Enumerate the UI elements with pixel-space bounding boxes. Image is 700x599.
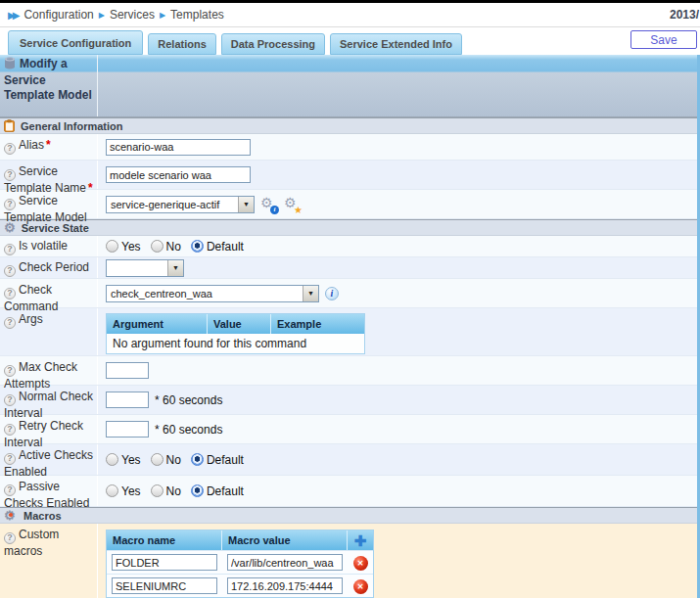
- panel-title-cell: Modify a Service Template Model: [0, 55, 98, 116]
- tab-data-processing[interactable]: Data Processing: [221, 33, 325, 55]
- tab-service-extended-info[interactable]: Service Extended Info: [330, 33, 462, 55]
- passive-checks-label: ?Passive Checks Enabled: [0, 476, 98, 506]
- selected-value: [107, 260, 167, 276]
- radio-option-default[interactable]: Default: [191, 240, 244, 253]
- section-title: Macros: [23, 510, 62, 522]
- help-icon[interactable]: ?: [4, 453, 16, 465]
- macros-col-value: Macro value: [222, 530, 348, 550]
- label-text: Args: [19, 312, 43, 326]
- args-table: Argument Value Example No argument found…: [106, 313, 365, 354]
- help-icon[interactable]: ?: [4, 265, 16, 277]
- radio-icon: [151, 240, 163, 253]
- date-label: 2013/: [670, 8, 699, 22]
- template-info-gear-icon[interactable]: ⚙ i: [260, 197, 278, 212]
- max-check-attempts-label: ?Max Check Attempts: [0, 356, 98, 385]
- help-icon[interactable]: ?: [4, 317, 16, 329]
- radio-label: Yes: [121, 240, 141, 253]
- radio-icon: [106, 240, 118, 253]
- section-general-information: General Information: [0, 117, 697, 134]
- args-empty-row: No argument found for this command: [107, 334, 364, 353]
- radio-option-no[interactable]: No: [151, 240, 181, 253]
- radio-option-yes[interactable]: Yes: [106, 484, 141, 498]
- breadcrumb-templates[interactable]: Templates: [170, 8, 224, 22]
- breadcrumb-separator-icon: ▶: [99, 11, 105, 20]
- delete-macro-icon[interactable]: ✕: [353, 579, 368, 594]
- help-icon[interactable]: ?: [4, 169, 16, 181]
- panel-title-band: Modify a Service Template Model: [0, 55, 697, 117]
- radio-label: No: [166, 453, 181, 467]
- required-marker: *: [46, 138, 51, 152]
- field-row-check-command: ?Check Command check_centreon_waa ▼ i: [0, 279, 697, 308]
- tab-bar: Service Configuration Relations Data Pro…: [0, 27, 700, 55]
- field-row-args: ?Args Argument Value Example No argument…: [0, 308, 697, 356]
- breadcrumb-services[interactable]: Services: [110, 8, 155, 22]
- form-panel: Modify a Service Template Model General …: [0, 55, 700, 598]
- selected-value: service-generique-actif: [107, 197, 238, 212]
- radio-label: No: [166, 484, 181, 498]
- retry-check-interval-input[interactable]: [106, 421, 149, 438]
- field-row-alias: ?Alias*: [0, 134, 697, 161]
- section-macros: ⚙ Macros: [0, 507, 697, 524]
- help-icon[interactable]: ?: [4, 394, 16, 406]
- help-icon[interactable]: ?: [4, 288, 16, 300]
- normal-check-interval-input[interactable]: [106, 392, 149, 408]
- radio-option-yes[interactable]: Yes: [106, 453, 141, 467]
- field-row-service-template-name: ?Service Template Name*: [0, 161, 697, 190]
- check-period-select[interactable]: ▼: [106, 259, 184, 277]
- help-icon[interactable]: ?: [4, 199, 16, 210]
- alias-label: ?Alias*: [0, 134, 98, 160]
- help-icon[interactable]: ?: [4, 143, 16, 155]
- alias-input[interactable]: [106, 139, 251, 156]
- help-icon[interactable]: ?: [4, 244, 16, 255]
- section-service-state: ⚙ Service State: [0, 219, 697, 236]
- service-template-model-select[interactable]: service-generique-actif ▼: [106, 196, 255, 213]
- radio-option-no[interactable]: No: [151, 484, 181, 498]
- interval-suffix: * 60 seconds: [155, 393, 222, 407]
- section-title: General Information: [21, 120, 123, 132]
- template-edit-gear-icon[interactable]: ⚙ ★: [284, 197, 302, 212]
- label-text: Service Template Model: [4, 194, 87, 224]
- check-period-label: ?Check Period: [0, 257, 98, 278]
- radio-icon: [106, 484, 118, 497]
- check-command-select[interactable]: check_centreon_waa ▼: [106, 285, 319, 302]
- save-button[interactable]: Save: [630, 30, 697, 49]
- star-badge-icon: ★: [294, 206, 303, 214]
- radio-icon: [191, 484, 204, 497]
- radio-label: No: [166, 240, 181, 253]
- is-volatile-label: ?Is volatile: [0, 236, 98, 256]
- help-icon[interactable]: ?: [4, 424, 16, 436]
- selected-value: check_centreon_waa: [107, 286, 303, 301]
- macro-value-input-0[interactable]: [227, 554, 343, 571]
- label-text: Active Checks Enabled: [4, 448, 93, 479]
- radio-option-default[interactable]: Default: [191, 484, 244, 498]
- macro-name-input-1[interactable]: [112, 577, 217, 594]
- field-row-active-checks-enabled: ?Active Checks Enabled Yes No Default: [0, 444, 697, 476]
- max-check-attempts-input[interactable]: [106, 362, 149, 379]
- radio-icon: [151, 484, 163, 497]
- label-text: Check Period: [19, 260, 89, 274]
- field-row-normal-check-interval: ?Normal Check Interval * 60 seconds: [0, 386, 697, 415]
- delete-macro-icon[interactable]: ✕: [353, 556, 368, 571]
- tab-relations[interactable]: Relations: [148, 33, 216, 55]
- radio-option-no[interactable]: No: [151, 453, 181, 467]
- interval-suffix: * 60 seconds: [155, 423, 222, 437]
- field-row-check-period: ?Check Period ▼: [0, 257, 697, 279]
- field-row-passive-checks-enabled: ?Passive Checks Enabled Yes No Default: [0, 476, 697, 507]
- help-icon[interactable]: ?: [4, 484, 16, 496]
- macro-name-input-0[interactable]: [112, 554, 217, 571]
- radio-option-yes[interactable]: Yes: [106, 240, 141, 253]
- macro-value-input-1[interactable]: [227, 577, 343, 594]
- help-icon[interactable]: ?: [4, 365, 16, 377]
- service-template-name-input[interactable]: [106, 166, 251, 183]
- check-command-label: ?Check Command: [0, 279, 98, 307]
- breadcrumb: ▶▶ Configuration ▶ Services ▶ Templates …: [0, 3, 700, 27]
- tab-service-configuration[interactable]: Service Configuration: [8, 30, 143, 55]
- add-macro-icon[interactable]: ✚: [354, 532, 367, 549]
- field-row-retry-check-interval: ?Retry Check Interval * 60 seconds: [0, 415, 697, 444]
- double-arrow-icon: ▶▶: [8, 10, 17, 21]
- help-icon[interactable]: ?: [4, 532, 16, 544]
- field-row-is-volatile: ?Is volatile Yes No Default: [0, 236, 697, 257]
- breadcrumb-configuration[interactable]: Configuration: [23, 8, 93, 22]
- radio-option-default[interactable]: Default: [191, 453, 244, 467]
- command-info-icon[interactable]: i: [325, 287, 339, 300]
